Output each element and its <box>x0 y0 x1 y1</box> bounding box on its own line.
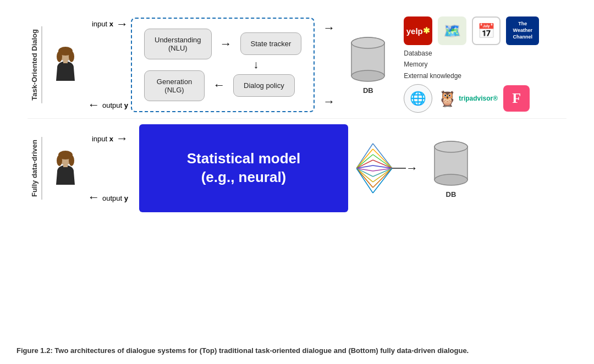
bottom-db-area: DB <box>432 139 470 198</box>
bottom-input-label: input x <box>92 135 113 143</box>
nlu-box: Understanding(NLU) <box>144 29 212 59</box>
top-half: Task-Oriented Dialog <box>28 16 566 119</box>
bottom-to-db-arrow: → <box>323 95 335 109</box>
tripadvisor-icon: 🦉 <box>438 90 457 108</box>
svg-point-3 <box>69 51 74 62</box>
policy-to-nlg-arrow: → <box>213 80 225 92</box>
dialog-policy-box: Dialog policy <box>233 74 295 97</box>
top-avatar-area <box>51 47 81 82</box>
svg-line-32 <box>373 168 392 187</box>
svg-line-22 <box>356 168 373 187</box>
top-output-arrow: → <box>87 100 100 112</box>
top-output-row: output y → <box>87 100 128 112</box>
bottom-output-row: output y → <box>87 192 128 204</box>
svg-rect-4 <box>63 60 68 63</box>
diagram: Task-Oriented Dialog <box>16 11 578 256</box>
calendar-icon: 📅 <box>472 16 501 45</box>
main-container: Task-Oriented Dialog <box>0 0 594 364</box>
top-db-label: DB <box>363 86 373 95</box>
bottom-db-cylinder <box>432 139 470 188</box>
top-input-row: input x → <box>92 18 128 30</box>
foursquare-icon: F <box>503 85 530 112</box>
top-input-label: input x <box>92 20 113 28</box>
down-arrow-spacer: ↓ <box>144 59 301 70</box>
svg-point-8 <box>351 37 384 48</box>
top-db-cylinder <box>349 35 387 84</box>
figure-caption: Figure 1.2: Two architectures of dialogu… <box>16 345 578 356</box>
svg-line-15 <box>356 149 373 168</box>
top-output-label: output y <box>102 101 128 109</box>
svg-line-25 <box>373 149 392 168</box>
bottom-db-label: DB <box>446 190 457 198</box>
bottom-input-arrow: → <box>116 133 128 145</box>
bottom-io-arrows: input x → output y → <box>87 133 128 204</box>
state-to-policy-arrow: ↓ <box>253 58 258 71</box>
top-input-arrow: → <box>116 18 128 30</box>
wires-to-db-arrow: → <box>406 162 418 174</box>
dashed-box: Understanding(NLU) → State tracker ↓ Gen… <box>131 18 315 112</box>
maps-icon: 🗺️ <box>438 16 466 45</box>
svg-point-38 <box>435 141 468 152</box>
top-to-db-arrow: → <box>323 21 335 35</box>
yelp-icon: yelp✱ <box>404 16 432 45</box>
svg-point-11 <box>57 155 62 166</box>
svg-rect-13 <box>63 164 68 167</box>
neural-wires <box>356 133 406 204</box>
bottom-input-row: input x → <box>92 133 128 145</box>
stat-model-line1: Statistical model <box>187 150 301 168</box>
bottom-output-label: output y <box>102 194 128 202</box>
bottom-section-label: Fully data-driven <box>28 137 42 200</box>
top-io-arrows: input x → output y → <box>87 18 128 112</box>
db-info-external: External knowledge <box>404 72 461 80</box>
stat-model-box: Statistical model (e.g., neural) <box>139 124 348 212</box>
top-avatar <box>51 47 81 82</box>
nlg-box: Generation(NLG) <box>144 70 205 101</box>
bottom-output-arrow: → <box>87 192 100 204</box>
db-info-text: Database Memory External knowledge <box>404 48 539 81</box>
svg-point-37 <box>435 174 468 185</box>
top-db-area: DB <box>349 35 387 95</box>
weather-channel-icon: The Weather Channel <box>506 16 539 45</box>
knowledge-area: yelp✱ 🗺️ 📅 The Weather Channel Database <box>404 16 539 113</box>
state-tracker-box: State tracker <box>240 32 302 55</box>
caption-text: Figure 1.2: Two architectures of dialogu… <box>16 346 469 355</box>
bottom-icons-row: 🌐 🦉 tripadvisor® F <box>404 84 539 113</box>
db-info-memory: Memory <box>404 60 427 68</box>
bottom-half: Fully data-driven input x → <box>28 124 566 212</box>
tripadvisor-area: 🦉 tripadvisor® <box>438 90 498 108</box>
bottom-avatar <box>51 151 81 186</box>
top-icons-row: yelp✱ 🗺️ 📅 The Weather Channel <box>404 16 539 45</box>
db-info-database: Database <box>404 49 432 57</box>
bottom-avatar-area <box>51 151 81 186</box>
tripadvisor-label: tripadvisor® <box>459 95 498 102</box>
nlu-to-state-arrow: → <box>220 38 232 50</box>
top-module-row: Understanding(NLU) → State tracker <box>144 29 301 59</box>
stat-model-line2: (e.g., neural) <box>201 168 287 187</box>
svg-point-12 <box>69 155 74 166</box>
svg-point-7 <box>351 70 384 81</box>
svg-point-2 <box>57 51 62 62</box>
top-section-label: Task-Oriented Dialog <box>28 26 42 103</box>
bottom-module-row: Generation(NLG) → Dialog policy <box>144 70 301 101</box>
wikipedia-icon: 🌐 <box>404 84 432 113</box>
to-db-arrows: → → <box>323 21 335 109</box>
